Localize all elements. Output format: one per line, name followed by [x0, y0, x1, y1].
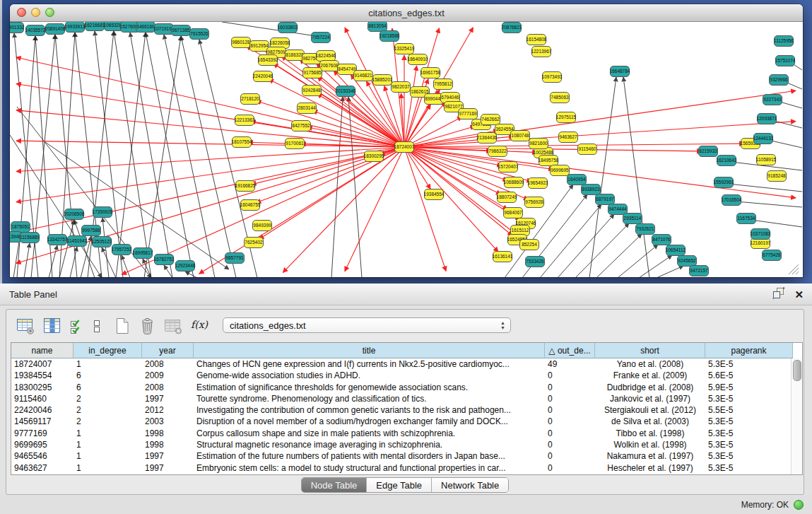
canvas-resize-grip[interactable] [789, 264, 799, 274]
graph-edge-selected[interactable] [404, 144, 744, 147]
graph-edge-selected[interactable] [404, 66, 417, 147]
graph-node[interactable]: 12213363 [235, 115, 255, 126]
table-row[interactable]: 1830029562008Estimation of significance … [11, 382, 802, 393]
graph-node[interactable]: 15885201 [372, 75, 393, 86]
graph-node[interactable]: 12213967 [531, 47, 552, 57]
graph-edge[interactable] [751, 220, 802, 227]
graph-node[interactable]: 15751074 [775, 56, 796, 66]
close-panel-icon[interactable]: ✕ [794, 289, 804, 300]
graph-node[interactable]: 6775428 [763, 250, 782, 261]
graph-edge-selected[interactable] [283, 147, 404, 273]
graph-node[interactable]: 9472157 [690, 266, 709, 276]
row-height-icon[interactable] [92, 316, 102, 335]
graph-node[interactable]: 9175685 [303, 68, 322, 78]
graph-node[interactable]: 11125956 [774, 36, 794, 47]
graph-edge[interactable] [768, 140, 802, 148]
graph-node[interactable]: 8912954 [250, 41, 269, 52]
graph-node[interactable]: 7625402 [245, 238, 264, 248]
graph-edge[interactable] [618, 245, 658, 277]
delete-icon[interactable] [139, 316, 156, 335]
graph-edge[interactable] [222, 22, 316, 36]
graph-edge[interactable] [639, 255, 672, 277]
graph-node[interactable]: 9857791 [225, 253, 245, 264]
graph-node[interactable]: 6879197 [596, 194, 615, 205]
graph-node[interactable]: 17359928 [93, 207, 113, 218]
tab-node-table[interactable]: Node Table [302, 478, 367, 492]
graph-edge[interactable] [146, 33, 194, 277]
graph-node[interactable]: 18640910 [408, 54, 428, 65]
column-header-pagerank[interactable]: pagerank [705, 343, 793, 358]
column-header-name[interactable]: name [11, 343, 73, 358]
graph-node[interactable]: 22420046 [253, 71, 273, 82]
graph-edge-selected[interactable] [16, 147, 404, 171]
graph-node[interactable]: 9777169 [459, 109, 478, 119]
zoom-window-button[interactable] [45, 8, 54, 17]
graph-node[interactable]: 9146821 [354, 71, 373, 81]
graph-node[interactable]: 16046755 [240, 200, 261, 211]
graph-node[interactable]: 11156889 [20, 233, 40, 243]
table-row[interactable]: 969969511998Structural magnetic resonanc… [11, 439, 802, 450]
graph-node[interactable]: 19166825 [235, 181, 256, 192]
graph-node[interactable]: 1640954 [567, 175, 587, 185]
graph-node[interactable]: 18107554 [232, 137, 252, 148]
graph-node[interactable]: 8813054 [368, 22, 387, 32]
network-canvas[interactable]: 2040133214035572208914061993391316216681… [10, 22, 802, 277]
graph-node[interactable]: 17016504 [722, 195, 742, 206]
graph-node[interactable]: 10973493 [542, 72, 563, 83]
graph-node[interactable]: 7462662 [481, 115, 500, 125]
table-row[interactable]: 911546021997Tourette syndrome. Phenomeno… [11, 393, 802, 404]
graph-node[interactable]: 1167534 [737, 214, 756, 224]
network-table-selector[interactable]: citations_edges.txt ▲▼ [223, 317, 511, 333]
graph-edge[interactable] [589, 77, 616, 277]
graph-node[interactable]: 20153346 [336, 86, 356, 97]
graph-edge[interactable] [114, 31, 151, 277]
graph-node[interactable]: 10371083 [751, 229, 771, 240]
graph-node[interactable]: 9170061 [286, 139, 305, 149]
graph-node[interactable]: 14035572 [25, 25, 46, 36]
graph-edge[interactable] [596, 234, 642, 277]
graph-node[interactable]: 2067608 [320, 61, 339, 71]
graph-node[interactable]: 21364436 [477, 133, 498, 144]
graph-node[interactable]: 19933913 [65, 22, 86, 33]
graph-node[interactable]: 20876821 [502, 23, 522, 33]
graph-edge[interactable] [70, 247, 77, 277]
graph-node[interactable]: 16216681 [85, 22, 105, 31]
graph-node[interactable]: 17957253 [112, 245, 132, 255]
graph-node[interactable]: 8215933 [699, 146, 718, 157]
graph-node[interactable]: 20401332 [10, 23, 25, 33]
table-row[interactable]: 977716911998Corpus callosum shape and si… [11, 428, 802, 439]
graph-node[interactable]: 16995817 [133, 248, 153, 259]
graph-edge[interactable] [185, 271, 197, 277]
graph-edge[interactable] [558, 214, 614, 277]
graph-node[interactable]: 18224546 [316, 51, 336, 62]
graph-node[interactable]: 13342757 [47, 235, 68, 245]
graph-edge-selected[interactable] [404, 147, 512, 235]
scrollbar-thumb[interactable] [793, 360, 801, 381]
column-header-in_degree[interactable]: in_degree [73, 343, 142, 358]
column-header-short[interactable]: short [595, 343, 705, 358]
graph-node[interactable]: 12505123 [92, 237, 112, 247]
graph-node[interactable]: 16033803 [278, 23, 298, 33]
graph-node[interactable]: 9756928 [525, 197, 544, 208]
table-row[interactable]: 946554611997Estimation of the future num… [11, 450, 802, 462]
graph-node[interactable]: 1080748 [511, 131, 530, 141]
graph-node[interactable]: 16961758 [420, 68, 441, 78]
tab-edge-table[interactable]: Edge Table [367, 478, 432, 492]
graph-node[interactable]: 9463627 [559, 132, 578, 143]
graph-node[interactable]: 9227343 [763, 95, 782, 105]
function-builder-icon[interactable]: f(x) [191, 319, 208, 332]
graph-node[interactable]: 16136141 [493, 252, 513, 262]
graph-node[interactable]: 2935114 [623, 214, 642, 224]
graph-node[interactable]: 2803144 [298, 103, 317, 114]
graph-node[interactable]: 16782753 [154, 255, 175, 265]
graph-node[interactable]: 9474444 [608, 204, 628, 215]
graph-edge[interactable] [575, 223, 629, 277]
graph-node[interactable]: 18807249 [497, 192, 517, 203]
graph-node[interactable]: 9185248 [767, 171, 787, 182]
graph-node[interactable]: 1875051 [11, 222, 30, 233]
graph-node[interactable]: 7615526 [190, 29, 209, 40]
graph-node[interactable]: 9822037 [392, 82, 411, 93]
column-settings-icon[interactable] [43, 316, 61, 335]
graph-node[interactable]: 16210643 [717, 156, 737, 166]
graph-node[interactable]: 8471076 [652, 235, 671, 245]
